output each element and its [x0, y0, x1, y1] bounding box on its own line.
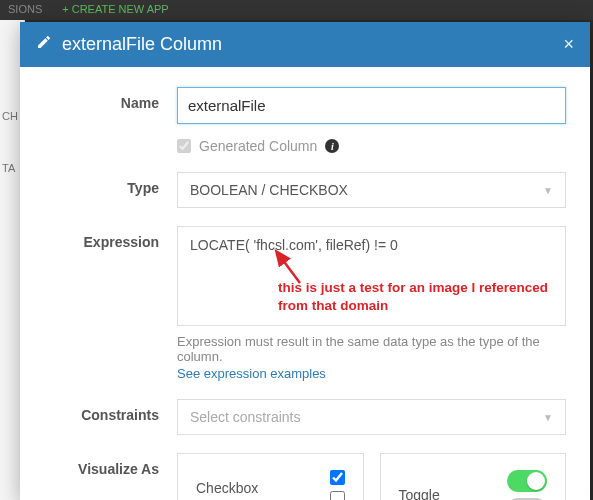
bg-text-sions: SIONS [8, 3, 42, 17]
generated-column-label: Generated Column [199, 138, 317, 154]
modal-title: externalFile Column [62, 34, 222, 55]
annotation-text: this is just a test for an image I refer… [278, 279, 558, 315]
visualize-checkbox-card[interactable]: Checkbox [177, 453, 364, 500]
viz-checkbox-label: Checkbox [196, 480, 258, 496]
viz-checkbox-checked [330, 470, 345, 485]
expression-examples-link[interactable]: See expression examples [177, 366, 326, 381]
constraints-placeholder: Select constraints [190, 409, 543, 425]
info-icon[interactable]: i [325, 139, 339, 153]
expression-value: LOCATE( 'fhcsl.com', fileRef) != 0 [190, 237, 398, 253]
modal-header: externalFile Column × [20, 22, 590, 67]
visualize-as-label: Visualize As [44, 453, 159, 477]
type-label: Type [44, 172, 159, 196]
chevron-down-icon: ▼ [543, 412, 553, 423]
chevron-down-icon: ▼ [543, 185, 553, 196]
expression-input[interactable]: LOCATE( 'fhcsl.com', fileRef) != 0 this … [177, 226, 566, 326]
name-input[interactable] [177, 87, 566, 124]
constraints-label: Constraints [44, 399, 159, 423]
type-value: BOOLEAN / CHECKBOX [190, 182, 543, 198]
close-icon[interactable]: × [563, 34, 574, 55]
expression-label: Expression [44, 226, 159, 250]
constraints-select[interactable]: Select constraints ▼ [177, 399, 566, 435]
viz-checkbox-unchecked [330, 491, 345, 500]
create-new-app-button[interactable]: + CREATE NEW APP [62, 3, 168, 17]
edit-icon [36, 34, 52, 55]
expression-hint: Expression must result in the same data … [177, 334, 566, 364]
visualize-toggle-card[interactable]: Toggle [380, 453, 567, 500]
generated-column-checkbox [177, 139, 191, 153]
name-label: Name [44, 87, 159, 111]
background-toolbar: SIONS + CREATE NEW APP [0, 0, 593, 20]
modal-body: Name Generated Column i Type BOOLEAN / C… [20, 67, 590, 500]
column-editor-modal: externalFile Column × Name Generated Col… [20, 22, 590, 500]
type-select[interactable]: BOOLEAN / CHECKBOX ▼ [177, 172, 566, 208]
viz-toggle-label: Toggle [399, 487, 440, 500]
viz-toggle-on [507, 470, 547, 492]
